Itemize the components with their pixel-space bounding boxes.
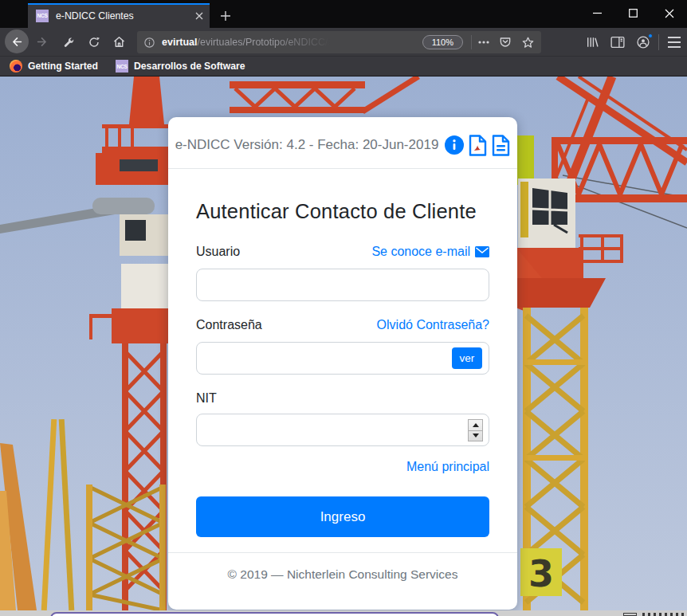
bookmarks-bar: Getting Started NCS Desarrollos de Softw… — [0, 56, 687, 77]
background-window-text-sliver — [642, 613, 684, 616]
contrasena-label: Contraseña — [196, 318, 262, 332]
envelope-icon — [475, 246, 489, 257]
header-divider — [168, 168, 517, 169]
titlebar: NCS e-NDICC Clientes — [0, 0, 687, 28]
wrench-icon — [62, 36, 75, 49]
sidebar-button[interactable] — [605, 28, 630, 56]
page-actions-button[interactable] — [478, 41, 489, 44]
bookmark-label: Desarrollos de Software — [134, 61, 245, 72]
nit-number-spinner[interactable] — [468, 419, 483, 441]
account-notification-dot — [648, 33, 653, 38]
back-arrow-icon — [10, 35, 24, 49]
menu-row: Menú principal — [196, 460, 489, 474]
se-conoce-email-link[interactable]: Se conoce e-mail — [371, 245, 489, 259]
spinner-down-button[interactable] — [469, 431, 482, 441]
contrasena-input[interactable] — [196, 342, 489, 375]
urlbar-separator — [471, 35, 472, 49]
url-path: /evirtuales/Prototipo/eNDICC/lo — [197, 37, 336, 48]
pocket-button[interactable] — [499, 36, 512, 49]
card-header: e-NDICC Versión: 4.2 - Fecha: 20-Jun-201… — [168, 131, 517, 159]
ver-button[interactable]: ver — [452, 347, 482, 369]
bookmark-getting-started[interactable]: Getting Started — [10, 60, 98, 73]
info-icon[interactable] — [445, 135, 464, 155]
arrow-down-icon — [473, 434, 479, 437]
star-icon — [521, 36, 535, 49]
home-button[interactable] — [112, 35, 126, 49]
ellipsis-icon — [478, 41, 489, 44]
browser-window: NCS e-NDICC Clientes — [0, 0, 687, 616]
tab-favicon: NCS — [36, 10, 49, 22]
new-tab-button[interactable] — [215, 6, 236, 26]
contrasena-row: Contraseña Olvidó Contraseña? — [196, 318, 489, 332]
document-file-icon[interactable] — [492, 135, 510, 156]
spinner-up-button[interactable] — [469, 420, 482, 430]
maximize-button[interactable] — [615, 0, 651, 26]
home-icon — [112, 35, 126, 49]
tab-title: e-NDICC Clientes — [56, 10, 195, 22]
active-tab-accent — [28, 3, 210, 5]
background-window-edge — [50, 612, 499, 616]
pocket-icon — [499, 36, 512, 49]
usuario-row: Usuario Se conoce e-mail — [196, 245, 489, 259]
bookmark-star-button[interactable] — [521, 36, 535, 49]
window-controls — [579, 0, 687, 26]
sidebar-icon — [610, 36, 625, 49]
minimize-button[interactable] — [579, 0, 615, 26]
footer-divider — [168, 552, 517, 553]
reload-icon — [88, 36, 100, 49]
copyright-text: © 2019 — Nichterlein Consulting Services — [168, 567, 517, 582]
back-button[interactable] — [5, 29, 29, 53]
forward-button[interactable] — [35, 35, 49, 49]
library-icon — [586, 35, 599, 49]
site-info-icon[interactable] — [143, 37, 155, 49]
browser-tab[interactable]: NCS e-NDICC Clientes — [28, 3, 210, 28]
toolbar-separator — [658, 34, 659, 50]
ncs-favicon: NCS — [116, 60, 128, 73]
usuario-label: Usuario — [196, 245, 240, 259]
se-conoce-email-label: Se conoce e-mail — [371, 245, 470, 259]
url-domain: evirtual — [162, 37, 197, 48]
reload-button[interactable] — [87, 35, 100, 49]
crane-sign-number: 3 — [528, 552, 554, 595]
pdf-file-icon[interactable] — [469, 135, 487, 156]
tools-button[interactable] — [61, 35, 75, 49]
nit-row: NIT — [196, 391, 489, 406]
menu-button[interactable] — [661, 28, 687, 56]
zoom-level-badge[interactable]: 110% — [422, 35, 463, 49]
page-title: Autenticar Contacto de Cliente — [196, 200, 489, 223]
olvido-contrasena-link[interactable]: Olvidó Contraseña? — [377, 318, 489, 332]
tab-close-icon[interactable] — [195, 12, 203, 20]
menu-principal-link[interactable]: Menú principal — [406, 460, 489, 473]
login-card: e-NDICC Versión: 4.2 - Fecha: 20-Jun-201… — [168, 117, 517, 610]
background-window-icon — [623, 613, 637, 616]
toolbar-right-icons — [579, 28, 687, 56]
library-button[interactable] — [579, 28, 605, 56]
url-text[interactable]: evirtual/evirtuales/Prototipo/eNDICC/lo — [162, 37, 422, 48]
version-line: e-NDICC Versión: 4.2 - Fecha: 20-Jun-201… — [175, 137, 439, 153]
url-bar[interactable]: evirtual/evirtuales/Prototipo/eNDICC/lo … — [137, 31, 541, 53]
nit-input[interactable] — [196, 414, 489, 446]
firefox-logo-icon — [10, 60, 22, 73]
header-icons — [445, 135, 510, 156]
bookmark-desarrollos[interactable]: NCS Desarrollos de Software — [116, 60, 245, 73]
ingreso-button[interactable]: Ingreso — [196, 496, 489, 537]
account-button[interactable] — [630, 28, 656, 56]
usuario-input[interactable] — [196, 269, 489, 301]
bottom-edge-strip — [0, 610, 687, 616]
arrow-up-icon — [473, 423, 479, 427]
bookmark-label: Getting Started — [28, 61, 98, 72]
nit-label: NIT — [196, 391, 217, 406]
forward-arrow-icon — [35, 35, 49, 49]
hamburger-icon — [668, 37, 681, 48]
close-button[interactable] — [651, 0, 687, 26]
page-content: 3 e-NDICC Versión: 4.2 - Fecha: 20-Jun-2… — [0, 77, 687, 610]
